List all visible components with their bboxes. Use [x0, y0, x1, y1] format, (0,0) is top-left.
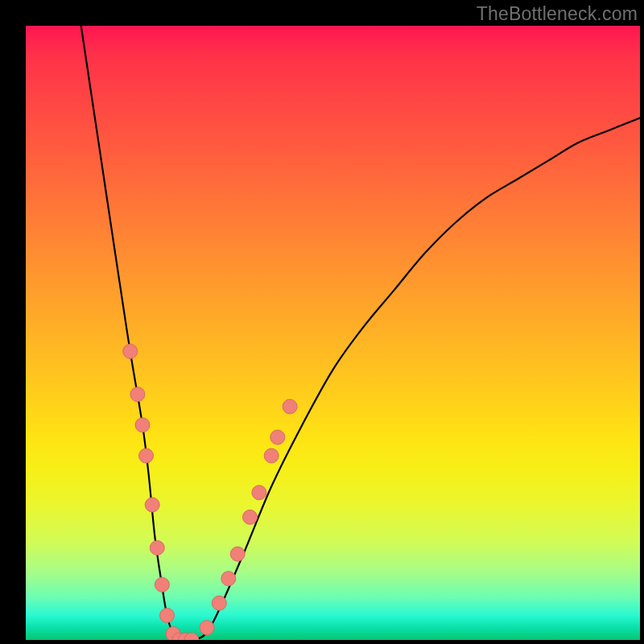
curve-marker: [264, 448, 279, 463]
curve-marker: [221, 572, 236, 586]
curve-marker: [145, 497, 159, 512]
chart-frame: TheBottleneck.com: [0, 0, 644, 644]
curve-markers: [123, 344, 297, 640]
curve-marker: [212, 596, 226, 610]
curve-marker: [283, 399, 297, 414]
curve-marker: [139, 448, 154, 463]
bottleneck-curve: [81, 26, 640, 640]
curve-marker: [130, 387, 145, 402]
curve-marker: [160, 609, 175, 623]
curve-marker: [243, 510, 258, 524]
curve-marker: [150, 541, 164, 555]
curve-marker: [270, 430, 285, 444]
curve-marker: [123, 344, 138, 358]
curve-marker: [135, 418, 150, 432]
chart-overlay: [26, 26, 640, 640]
curve-marker: [200, 621, 214, 635]
curve-marker: [252, 485, 266, 500]
watermark-text: TheBottleneck.com: [477, 3, 638, 25]
curve-marker: [155, 577, 169, 592]
curve-marker: [230, 547, 245, 561]
